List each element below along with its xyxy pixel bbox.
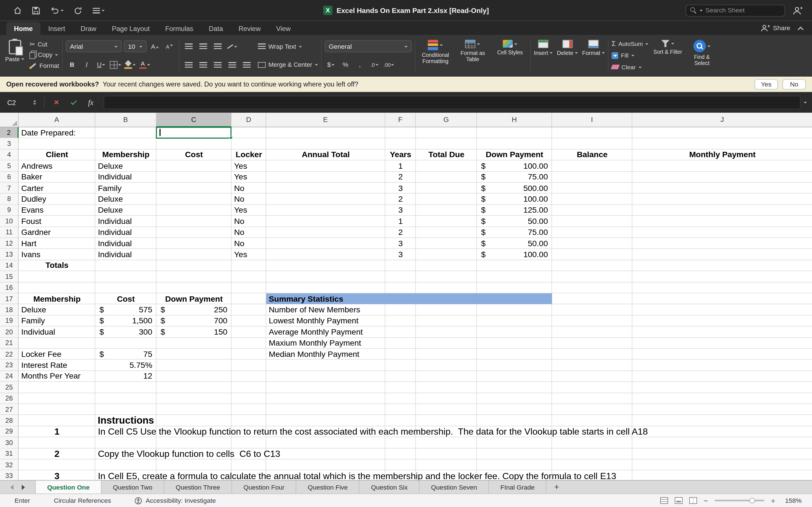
cell-B28[interactable]: Instructions bbox=[95, 415, 156, 426]
column-header-C[interactable]: C bbox=[156, 113, 232, 127]
column-header-G[interactable]: G bbox=[416, 113, 477, 127]
cell-I4[interactable]: Balance bbox=[552, 149, 632, 160]
cell-D12[interactable]: No bbox=[232, 238, 266, 249]
underline-button[interactable] bbox=[95, 59, 107, 70]
cell-A5[interactable]: Andrews bbox=[18, 161, 95, 172]
normal-view-icon[interactable] bbox=[660, 497, 668, 504]
row-header-30[interactable]: 30 bbox=[0, 437, 18, 448]
cell-A17[interactable]: Membership bbox=[18, 293, 95, 304]
row-header-26[interactable]: 26 bbox=[0, 393, 18, 404]
redo-icon[interactable] bbox=[74, 6, 82, 14]
cell-C19[interactable]: $700 bbox=[156, 316, 232, 327]
yes-button[interactable]: Yes bbox=[755, 79, 778, 89]
formula-input[interactable] bbox=[104, 96, 801, 109]
cell-C20[interactable]: $150 bbox=[156, 327, 232, 337]
cell-A2[interactable]: Date Prepared: bbox=[18, 127, 95, 138]
page-break-view-icon[interactable] bbox=[689, 497, 697, 504]
align-top-button[interactable] bbox=[183, 41, 195, 52]
row-header-24[interactable]: 24 bbox=[0, 371, 18, 382]
font-size-select[interactable]: 10 bbox=[124, 41, 147, 52]
row-header-10[interactable]: 10 bbox=[0, 216, 18, 227]
cell-E4[interactable]: Annual Total bbox=[266, 149, 385, 160]
comma-format-button[interactable] bbox=[354, 59, 366, 70]
row-header-15[interactable]: 15 bbox=[0, 271, 18, 282]
align-right-button[interactable] bbox=[211, 59, 224, 70]
row-header-16[interactable]: 16 bbox=[0, 282, 18, 293]
share-button[interactable]: Share bbox=[761, 24, 790, 32]
paste-button[interactable]: Paste bbox=[5, 37, 24, 74]
row-header-19[interactable]: 19 bbox=[0, 316, 18, 327]
align-center-button[interactable] bbox=[197, 59, 209, 70]
decrease-indent-button[interactable] bbox=[226, 59, 238, 70]
merge-center-button[interactable]: Merge & Center bbox=[258, 59, 318, 70]
cell-B24[interactable]: 12 bbox=[95, 371, 156, 382]
cell-A6[interactable]: Baker bbox=[18, 172, 95, 182]
zoom-out-icon[interactable] bbox=[703, 496, 708, 504]
cell-D11[interactable]: No bbox=[232, 227, 266, 238]
cell-A24[interactable]: Months Per Year bbox=[18, 371, 95, 382]
cell-B6[interactable]: Individual bbox=[95, 172, 156, 182]
cell-D7[interactable]: No bbox=[232, 182, 266, 193]
cell-B13[interactable]: Individual bbox=[95, 249, 156, 260]
row-header-32[interactable]: 32 bbox=[0, 459, 18, 470]
cell-B18[interactable]: $575 bbox=[95, 304, 156, 316]
cell-B20[interactable]: $300 bbox=[95, 327, 156, 337]
cell-styles-button[interactable]: Cell Styles bbox=[493, 37, 527, 74]
select-all-corner[interactable] bbox=[0, 113, 18, 127]
cell-C18[interactable]: $250 bbox=[156, 304, 232, 316]
row-header-31[interactable]: 31 bbox=[0, 448, 18, 459]
insert-cells-button[interactable]: Insert bbox=[534, 37, 553, 74]
name-box[interactable]: C2 bbox=[0, 99, 33, 107]
cell-B5[interactable]: Deluxe bbox=[95, 161, 156, 172]
cell-F10[interactable]: 1 bbox=[386, 216, 416, 227]
ribbon-tab-home[interactable]: Home bbox=[6, 22, 40, 35]
cell-B11[interactable]: Individual bbox=[95, 227, 156, 238]
percent-format-button[interactable] bbox=[339, 59, 352, 70]
row-header-21[interactable]: 21 bbox=[0, 338, 18, 349]
cell-D5[interactable]: Yes bbox=[232, 161, 266, 172]
cell-A8[interactable]: Dudley bbox=[18, 194, 95, 205]
row-header-8[interactable]: 8 bbox=[0, 194, 18, 205]
cancel-entry-icon[interactable] bbox=[49, 98, 63, 107]
cell-F9[interactable]: 3 bbox=[386, 205, 416, 216]
cell-D4[interactable]: Locker bbox=[232, 149, 266, 160]
decrease-font-size-button[interactable] bbox=[163, 41, 175, 52]
zoom-slider-thumb[interactable] bbox=[749, 497, 755, 503]
cell-F4[interactable]: Years bbox=[386, 149, 416, 160]
row-header-9[interactable]: 9 bbox=[0, 205, 18, 216]
sheet-tab-question-six[interactable]: Question Six bbox=[359, 481, 419, 494]
cell-D6[interactable]: Yes bbox=[232, 172, 266, 182]
row-header-5[interactable]: 5 bbox=[0, 161, 18, 172]
row-header-18[interactable]: 18 bbox=[0, 304, 18, 316]
cell-A4[interactable]: Client bbox=[18, 149, 95, 160]
increase-indent-button[interactable] bbox=[241, 59, 253, 70]
font-name-select[interactable]: Arial bbox=[66, 41, 122, 52]
cell-E17[interactable]: Summary Statistics bbox=[266, 293, 552, 304]
cell-B31[interactable]: Copy the Vlookup function to cells C6 to… bbox=[95, 448, 156, 459]
number-format-select[interactable]: General bbox=[324, 41, 412, 52]
row-header-11[interactable]: 11 bbox=[0, 227, 18, 238]
cell-D8[interactable]: No bbox=[232, 194, 266, 205]
cell-C17[interactable]: Down Payment bbox=[156, 293, 232, 304]
increase-font-size-button[interactable] bbox=[149, 41, 161, 52]
cell-H6[interactable]: $75.00 bbox=[477, 172, 552, 182]
cell-B9[interactable]: Deluxe bbox=[95, 205, 156, 216]
sheet-tab-question-seven[interactable]: Question Seven bbox=[419, 481, 489, 494]
cell-A22[interactable]: Locker Fee bbox=[18, 349, 95, 360]
row-header-13[interactable]: 13 bbox=[0, 249, 18, 260]
cell-E19[interactable]: Lowest Monthly Payment bbox=[266, 316, 385, 327]
row-header-17[interactable]: 17 bbox=[0, 293, 18, 304]
row-header-3[interactable]: 3 bbox=[0, 138, 18, 149]
format-painter-button[interactable]: Format bbox=[30, 60, 59, 71]
expand-formula-bar-icon[interactable] bbox=[804, 102, 807, 105]
column-header-E[interactable]: E bbox=[266, 113, 385, 127]
collapse-ribbon-icon[interactable] bbox=[798, 26, 804, 32]
fill-handle[interactable] bbox=[230, 136, 233, 139]
sheet-tab-question-four[interactable]: Question Four bbox=[232, 481, 296, 494]
cell-H13[interactable]: $100.00 bbox=[477, 249, 552, 260]
bold-button[interactable] bbox=[66, 59, 79, 70]
sheet-tab-final-grade[interactable]: FInal Grade bbox=[489, 481, 546, 494]
accessibility-checker[interactable]: Accessibility: Investigate bbox=[135, 497, 216, 504]
ribbon-tab-review[interactable]: Review bbox=[231, 22, 268, 35]
cell-D9[interactable]: Yes bbox=[232, 205, 266, 216]
